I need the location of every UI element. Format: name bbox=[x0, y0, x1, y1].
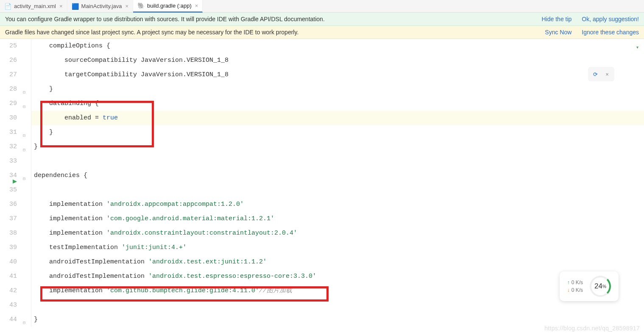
tab-label: MainActivity.java bbox=[81, 3, 122, 9]
code-line: implementation 'androidx.constraintlayou… bbox=[31, 226, 644, 241]
code-line: implementation 'androidx.appcompat:appco… bbox=[31, 197, 644, 212]
code-line: } bbox=[31, 82, 644, 97]
code-line: dataBinding { bbox=[31, 97, 644, 111]
code-content[interactable]: compileOptions { sourceCompatibility Jav… bbox=[31, 39, 644, 327]
apply-suggestion-link[interactable]: Ok, apply suggestion! bbox=[582, 16, 639, 22]
code-line: dependencies { bbox=[31, 169, 644, 183]
line-number: 38 bbox=[0, 226, 17, 241]
line-number: 29 bbox=[0, 97, 17, 111]
close-icon[interactable]: × bbox=[195, 3, 198, 9]
line-number: 35 bbox=[0, 183, 17, 197]
upload-speed: 0 K/s bbox=[567, 280, 583, 285]
code-line: targetCompatibility JavaVersion.VERSION_… bbox=[31, 68, 644, 82]
fold-marker-icon[interactable]: ⊟ bbox=[23, 129, 28, 134]
code-line: } bbox=[31, 140, 644, 154]
fold-column: ⊟ ⊟ ⊟ ⊟ ⊟ ⊟ bbox=[21, 39, 31, 327]
code-line: androidTestImplementation 'androidx.test… bbox=[31, 255, 644, 269]
watermark-text: https://blog.csdn.net/qq_28598917 bbox=[544, 325, 640, 332]
gradle-file-icon: 🐘 bbox=[137, 2, 145, 9]
line-number: 32 bbox=[0, 140, 17, 154]
code-line: } bbox=[31, 125, 644, 140]
gradle-sync-banner: Gradle files have changed since last pro… bbox=[0, 26, 644, 39]
code-editor[interactable]: 25 26 27 28 29 30 31 32 33 34 35 36 37 3… bbox=[0, 39, 644, 327]
line-number: 39 bbox=[0, 241, 17, 255]
gauge-value: 24 bbox=[594, 282, 602, 291]
tab-build-gradle[interactable]: 🐘 build.gradle (:app) × bbox=[133, 0, 203, 13]
download-speed: 0 K/s bbox=[567, 287, 583, 293]
code-line bbox=[31, 298, 644, 313]
code-line: androidTestImplementation 'androidx.test… bbox=[31, 269, 644, 284]
code-line bbox=[31, 183, 644, 197]
line-number: 27 bbox=[0, 68, 17, 82]
java-file-icon: 🟦 bbox=[72, 3, 79, 10]
line-number: 36 bbox=[0, 197, 17, 212]
line-number: 44 bbox=[0, 313, 17, 327]
fold-marker-icon[interactable]: ⊟ bbox=[23, 172, 28, 177]
tab-activity-main[interactable]: 📄 activity_main.xml × bbox=[0, 0, 67, 13]
tab-label: activity_main.xml bbox=[14, 3, 56, 9]
code-line: implementation 'com.github.bumptech.glid… bbox=[31, 284, 644, 298]
network-speed-widget: 0 K/s 0 K/s 24% bbox=[560, 271, 619, 301]
code-line bbox=[31, 154, 644, 169]
line-number: 43 bbox=[0, 298, 17, 313]
line-number: 40 bbox=[0, 255, 17, 269]
banner-text: You can configure Gradle wrapper to use … bbox=[5, 16, 325, 22]
line-number: 25 bbox=[0, 39, 17, 53]
hide-tip-link[interactable]: Hide the tip bbox=[542, 16, 572, 22]
xml-file-icon: 📄 bbox=[4, 3, 11, 10]
close-toolbar-icon[interactable]: × bbox=[602, 69, 612, 79]
gradle-sync-icon[interactable]: ⟳ bbox=[591, 69, 600, 79]
editor-tabs: 📄 activity_main.xml × 🟦 MainActivity.jav… bbox=[0, 0, 644, 13]
fold-marker-icon[interactable]: ⊟ bbox=[23, 86, 28, 91]
fold-marker-icon[interactable]: ⊟ bbox=[23, 143, 28, 148]
scrollbar-marker-icon: ▾ bbox=[636, 45, 643, 49]
line-number: 37 bbox=[0, 212, 17, 226]
usage-gauge: 24% bbox=[590, 276, 611, 297]
run-gutter-icon[interactable]: ▶ bbox=[13, 178, 17, 184]
gradle-tip-banner: You can configure Gradle wrapper to use … bbox=[0, 13, 644, 26]
fold-marker-icon[interactable]: ⊟ bbox=[23, 100, 28, 105]
banner-text: Gradle files have changed since last pro… bbox=[5, 29, 298, 36]
tab-main-activity[interactable]: 🟦 MainActivity.java × bbox=[67, 0, 133, 13]
tab-label: build.gradle (:app) bbox=[147, 3, 192, 9]
close-icon[interactable]: × bbox=[59, 3, 63, 9]
fold-marker-icon[interactable]: ⊟ bbox=[23, 316, 28, 321]
code-line: implementation 'com.google.android.mater… bbox=[31, 212, 644, 226]
ignore-changes-link[interactable]: Ignore these changes bbox=[582, 29, 639, 36]
close-icon[interactable]: × bbox=[125, 3, 128, 9]
line-number: 42 bbox=[0, 284, 17, 298]
line-number: 33 bbox=[0, 154, 17, 169]
line-number: 30 bbox=[0, 111, 17, 125]
line-number-gutter: 25 26 27 28 29 30 31 32 33 34 35 36 37 3… bbox=[0, 39, 21, 327]
line-number: 26 bbox=[0, 53, 17, 68]
line-number: 28 bbox=[0, 82, 17, 97]
line-number: 31 bbox=[0, 125, 17, 140]
code-line: enabled = true bbox=[31, 111, 644, 125]
line-number: 41 bbox=[0, 269, 17, 284]
gauge-unit: % bbox=[602, 284, 606, 289]
code-line: sourceCompatibility JavaVersion.VERSION_… bbox=[31, 53, 644, 68]
sync-now-link[interactable]: Sync Now bbox=[545, 29, 572, 36]
code-line: testImplementation 'junit:junit:4.+' bbox=[31, 241, 644, 255]
code-line: compileOptions { bbox=[31, 39, 644, 53]
editor-float-toolbar: ⟳ × bbox=[588, 67, 614, 81]
